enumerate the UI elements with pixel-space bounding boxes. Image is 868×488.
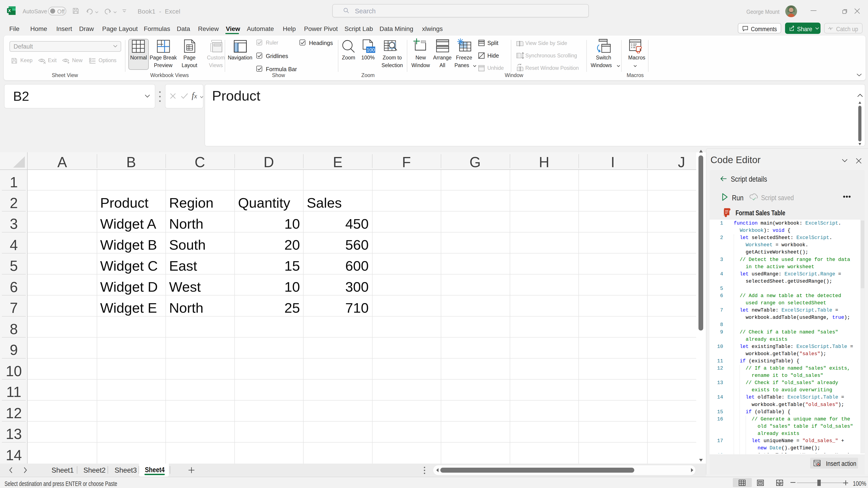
svg-text:100: 100 xyxy=(367,47,375,53)
svg-text:X: X xyxy=(8,8,11,13)
